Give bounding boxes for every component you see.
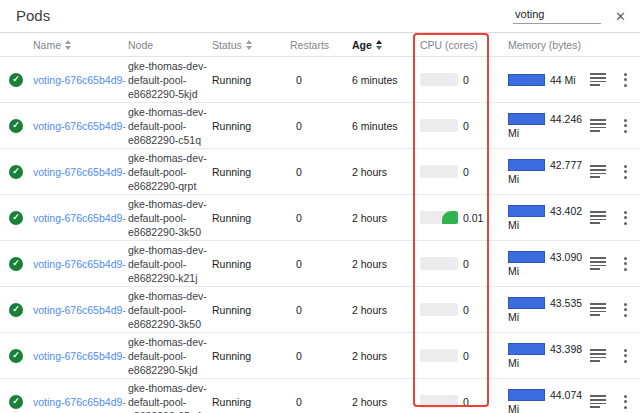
pod-name-link[interactable]: voting-676c65b4d9-xs- — [33, 74, 126, 86]
memory-value: 44 Mi — [550, 74, 576, 86]
cpu-value: 0 — [463, 166, 469, 178]
pod-age: 2 hours — [352, 212, 420, 224]
pod-node: gke-thomas-dev- default-pool- e8682290-3… — [128, 197, 212, 239]
pod-restarts: 0 — [290, 120, 352, 132]
pod-restarts: 0 — [290, 304, 352, 316]
pod-status: Running — [212, 350, 290, 362]
table-row: ✓ voting-676c65b4d9-72 gke-thomas-dev- d… — [0, 149, 640, 195]
more-options-icon[interactable] — [624, 303, 627, 317]
memory-usage-bar — [508, 343, 545, 355]
pod-age: 6 minutes — [352, 74, 420, 86]
table-row: ✓ voting-676c65b4d9-8fl gke-thomas-dev- … — [0, 379, 640, 413]
more-options-icon[interactable] — [624, 165, 627, 179]
logs-icon[interactable] — [590, 257, 606, 269]
page-title: Pods — [16, 7, 50, 24]
more-options-icon[interactable] — [624, 73, 627, 87]
logs-icon[interactable] — [590, 303, 606, 315]
pod-status: Running — [212, 120, 290, 132]
memory-usage-bar — [508, 159, 545, 171]
memory-cell: 44.074 Mi — [508, 388, 640, 413]
cpu-cell: 0 — [420, 395, 508, 408]
cpu-cell: 0 — [420, 119, 508, 132]
pod-name-link[interactable]: voting-676c65b4d9-72 — [33, 166, 126, 178]
status-ok-icon: ✓ — [9, 395, 23, 409]
pod-node: gke-thomas-dev- default-pool- e8682290-q… — [128, 151, 212, 193]
pod-age: 6 minutes — [352, 120, 420, 132]
column-header-node: Node — [128, 39, 212, 51]
pod-node: gke-thomas-dev- default-pool- e8682290-c… — [128, 105, 212, 147]
cpu-usage-gauge — [420, 211, 458, 224]
search-input[interactable] — [513, 8, 601, 24]
memory-cell: 44 Mi — [508, 73, 640, 87]
pod-name-link[interactable]: voting-676c65b4d9-tpr — [33, 120, 126, 132]
cpu-value: 0 — [463, 120, 469, 132]
pod-age: 2 hours — [352, 304, 420, 316]
pod-name-link[interactable]: voting-676c65b4d9-srl — [33, 258, 126, 270]
pod-node: gke-thomas-dev- default-pool- e8682290-3… — [128, 289, 212, 331]
close-icon[interactable]: ✕ — [615, 10, 626, 23]
more-options-icon[interactable] — [624, 349, 627, 363]
table-row: ✓ voting-676c65b4d9-srl gke-thomas-dev- … — [0, 241, 640, 287]
pod-status: Running — [212, 304, 290, 316]
pod-name-link[interactable]: voting-676c65b4d9-tpj — [33, 350, 126, 362]
cpu-value: 0.01 — [463, 212, 483, 224]
cpu-usage-gauge — [420, 349, 458, 362]
logs-icon[interactable] — [590, 119, 606, 131]
pods-panel: Pods ✕ Name Node Status Restarts Age CPU… — [0, 0, 640, 413]
status-ok-icon: ✓ — [9, 257, 23, 271]
memory-usage-bar — [508, 251, 545, 263]
pod-restarts: 0 — [290, 74, 352, 86]
cpu-value: 0 — [463, 74, 469, 86]
memory-usage-bar — [508, 205, 545, 217]
logs-icon[interactable] — [590, 395, 606, 407]
sort-icon-active — [376, 40, 382, 50]
logs-icon[interactable] — [590, 211, 606, 223]
memory-cell: 43.402 Mi — [508, 204, 640, 232]
status-ok-icon: ✓ — [9, 119, 23, 133]
memory-cell: 43.398 Mi — [508, 342, 640, 370]
memory-cell: 43.090 Mi — [508, 250, 640, 278]
cpu-cell: 0 — [420, 257, 508, 270]
logs-icon[interactable] — [590, 349, 606, 361]
memory-usage-bar — [508, 297, 545, 309]
cpu-value: 0 — [463, 396, 469, 408]
more-options-icon[interactable] — [624, 395, 627, 409]
cpu-usage-gauge — [420, 395, 458, 408]
pod-status: Running — [212, 396, 290, 408]
more-options-icon[interactable] — [624, 119, 627, 133]
column-header-cpu: CPU (cores) — [420, 39, 508, 51]
pod-node: gke-thomas-dev- default-pool- e8682290-5… — [128, 59, 212, 101]
cpu-usage-gauge — [420, 119, 458, 132]
more-options-icon[interactable] — [624, 257, 627, 271]
cpu-cell: 0 — [420, 349, 508, 362]
cpu-cell: 0 — [420, 303, 508, 316]
pod-age: 2 hours — [352, 350, 420, 362]
cpu-cell: 0 — [420, 165, 508, 178]
pod-status: Running — [212, 74, 290, 86]
cpu-cell: 0.01 — [420, 211, 508, 224]
memory-cell: 44.246 Mi — [508, 112, 640, 140]
sort-icon — [65, 40, 71, 50]
pod-restarts: 0 — [290, 212, 352, 224]
status-ok-icon: ✓ — [9, 211, 23, 225]
table-row: ✓ voting-676c65b4d9-tpr gke-thomas-dev- … — [0, 103, 640, 149]
column-header-name[interactable]: Name — [33, 39, 128, 51]
pod-name-link[interactable]: voting-676c65b4d9-8fl — [33, 396, 126, 408]
pod-name-link[interactable]: voting-676c65b4d9-tj6 — [33, 304, 126, 316]
column-header-age[interactable]: Age — [352, 39, 420, 51]
panel-header: Pods ✕ — [0, 0, 640, 33]
more-options-icon[interactable] — [624, 211, 627, 225]
pod-age: 2 hours — [352, 396, 420, 408]
cpu-value: 0 — [463, 350, 469, 362]
pod-status: Running — [212, 166, 290, 178]
column-header-status[interactable]: Status — [212, 39, 290, 51]
memory-usage-bar — [508, 74, 545, 86]
logs-icon[interactable] — [590, 73, 606, 85]
table-row: ✓ voting-676c65b4d9-xs- gke-thomas-dev- … — [0, 57, 640, 103]
table-row: ✓ voting-676c65b4d9-nv gke-thomas-dev- d… — [0, 195, 640, 241]
memory-cell: 43.535 Mi — [508, 296, 640, 324]
pod-node: gke-thomas-dev- default-pool- e8682290-5… — [128, 335, 212, 377]
pod-name-link[interactable]: voting-676c65b4d9-nv — [33, 212, 126, 224]
logs-icon[interactable] — [590, 165, 606, 177]
pod-status: Running — [212, 212, 290, 224]
